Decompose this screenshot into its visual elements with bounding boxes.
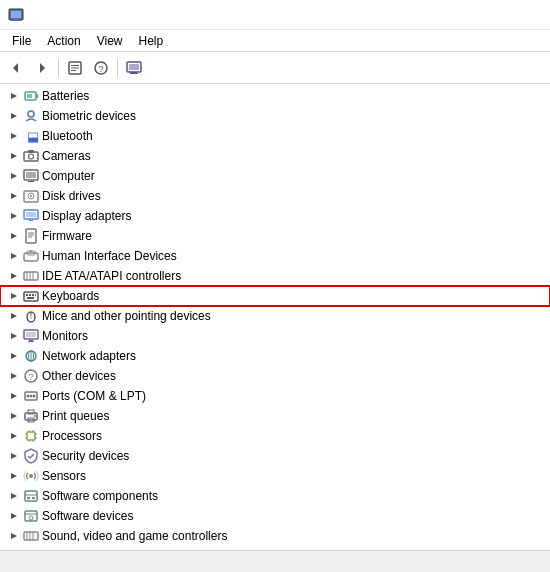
tree-item-17[interactable]: Processors [0,426,550,446]
svg-marker-28 [11,173,17,179]
svg-marker-36 [11,213,17,219]
svg-rect-103 [27,497,30,499]
device-icon-7 [23,228,39,244]
expand-arrow-0[interactable] [8,90,20,102]
expand-arrow-1[interactable] [8,110,20,122]
minimize-button[interactable] [474,7,494,23]
close-button[interactable] [522,7,542,23]
svg-rect-7 [71,65,79,66]
menu-help[interactable]: Help [131,32,172,50]
tree-item-6[interactable]: Display adapters [0,206,550,226]
tree-item-10[interactable]: Keyboards [0,286,550,306]
tree-item-23[interactable]: Storage controllers [0,546,550,550]
menu-action[interactable]: Action [39,32,88,50]
svg-marker-32 [11,193,17,199]
tree-item-20[interactable]: Software components [0,486,550,506]
toolbar-separator-2 [117,59,118,77]
svg-text:?: ? [98,64,103,74]
expand-arrow-18[interactable] [8,450,20,462]
expand-arrow-7[interactable] [8,230,20,242]
svg-marker-105 [11,513,17,519]
device-icon-11 [23,308,39,324]
tree-item-8[interactable]: Human Interface Devices [0,246,550,266]
tree-item-7[interactable]: Firmware [0,226,550,246]
svg-marker-109 [11,533,17,539]
expand-arrow-2[interactable] [8,130,20,142]
svg-rect-57 [29,294,31,296]
expand-arrow-21[interactable] [8,510,20,522]
maximize-button[interactable] [498,7,518,23]
expand-arrow-12[interactable] [8,330,20,342]
tree-item-4[interactable]: Computer [0,166,550,186]
svg-rect-30 [26,172,36,178]
svg-rect-1 [11,11,21,18]
tree-item-12[interactable]: Monitors [0,326,550,346]
menu-view[interactable]: View [89,32,131,50]
device-icon-16 [23,408,39,424]
expand-arrow-17[interactable] [8,430,20,442]
expand-arrow-19[interactable] [8,470,20,482]
help-icon-button[interactable]: ? [89,56,113,80]
svg-rect-13 [129,64,139,70]
svg-rect-104 [32,497,35,499]
svg-marker-82 [11,413,17,419]
expand-arrow-16[interactable] [8,410,20,422]
monitor-button[interactable] [122,56,146,80]
device-icon-0 [23,88,39,104]
svg-rect-8 [71,67,79,68]
expand-arrow-9[interactable] [8,270,20,282]
device-icon-22 [23,528,39,544]
svg-marker-4 [13,63,18,73]
svg-marker-22 [11,133,17,139]
svg-marker-61 [11,313,17,319]
svg-point-108 [29,516,33,520]
expand-arrow-11[interactable] [8,310,20,322]
expand-arrow-15[interactable] [8,390,20,402]
device-icon-15 [23,388,39,404]
tree-item-9[interactable]: IDE ATA/ATAPI controllers [0,266,550,286]
expand-arrow-22[interactable] [8,530,20,542]
svg-marker-70 [11,353,17,359]
tree-item-1[interactable]: Biometric devices [0,106,550,126]
svg-marker-49 [11,273,17,279]
device-icon-23 [23,548,39,550]
expand-arrow-8[interactable] [8,250,20,262]
svg-point-81 [33,395,36,398]
tree-item-11[interactable]: Mice and other pointing devices [0,306,550,326]
svg-rect-59 [35,294,36,296]
tree-item-16[interactable]: Print queues [0,406,550,426]
svg-marker-100 [11,493,17,499]
device-label-5: Disk drives [42,189,101,203]
svg-rect-3 [12,20,20,21]
svg-marker-16 [11,93,17,99]
expand-arrow-10[interactable] [8,290,20,302]
tree-item-15[interactable]: Ports (COM & LPT) [0,386,550,406]
svg-rect-60 [27,297,34,299]
tree-item-5[interactable]: Disk drives [0,186,550,206]
tree-item-14[interactable]: ?Other devices [0,366,550,386]
tree-item-3[interactable]: Cameras [0,146,550,166]
properties-button[interactable] [63,56,87,80]
expand-arrow-4[interactable] [8,170,20,182]
expand-arrow-13[interactable] [8,350,20,362]
tree-item-2[interactable]: ⬓Bluetooth [0,126,550,146]
expand-arrow-3[interactable] [8,150,20,162]
svg-rect-41 [26,229,36,243]
tree-item-18[interactable]: Security devices [0,446,550,466]
expand-arrow-20[interactable] [8,490,20,502]
tree-item-19[interactable]: Sensors [0,466,550,486]
forward-button[interactable] [30,56,54,80]
expand-arrow-14[interactable] [8,370,20,382]
menu-file[interactable]: File [4,32,39,50]
tree-item-21[interactable]: Software devices [0,506,550,526]
svg-rect-15 [130,73,138,74]
device-tree[interactable]: BatteriesBiometric devices⬓BluetoothCame… [0,84,550,550]
svg-marker-40 [11,233,17,239]
expand-arrow-5[interactable] [8,190,20,202]
device-icon-10 [23,288,39,304]
back-button[interactable] [4,56,28,80]
tree-item-22[interactable]: Sound, video and game controllers [0,526,550,546]
tree-item-0[interactable]: Batteries [0,86,550,106]
tree-item-13[interactable]: Network adapters [0,346,550,366]
expand-arrow-6[interactable] [8,210,20,222]
